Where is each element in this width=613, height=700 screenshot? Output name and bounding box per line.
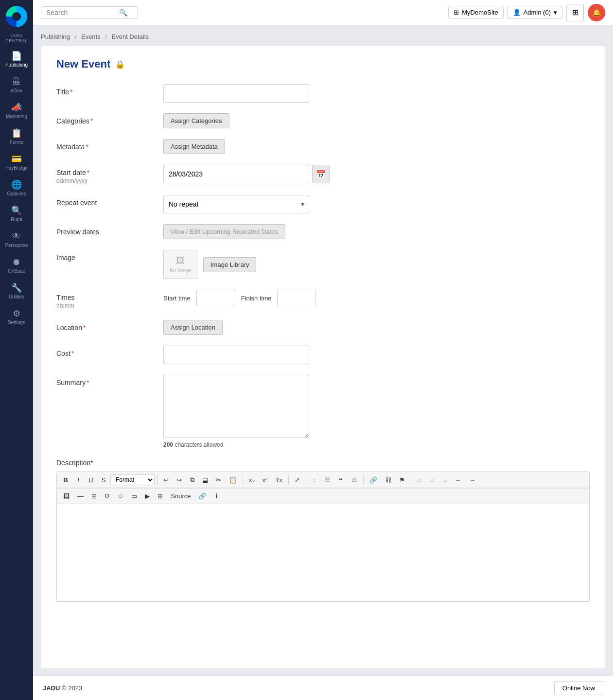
times-row: Times hh:mm Start time Finish time [56,290,590,309]
egov-icon: 🏛 [12,77,21,86]
toolbar-image-button[interactable]: 🖼 [60,490,73,502]
sidebar-item-onbase[interactable]: ⏺ OnBase [0,253,33,279]
toolbar-link-button[interactable]: 🔗 [366,474,381,486]
start-time-input[interactable] [196,290,235,306]
toolbar-underline-button[interactable]: U [85,474,97,486]
toolbar-iframe-button[interactable]: ▭ [128,490,140,502]
toolbar-align-right-button[interactable]: ≡ [439,474,451,486]
notification-button[interactable]: 🔔 [588,4,605,21]
toolbar-italic-button[interactable]: I [72,474,84,486]
toolbar-source-button[interactable]: Source [167,490,194,502]
repeat-select[interactable]: No repeat Daily Weekly Monthly Yearly [163,195,309,213]
toolbar-align-center-button[interactable]: ≡ [426,474,438,486]
image-control-wrap: 🖼 No Image Image Library [163,250,590,279]
assign-location-button[interactable]: Assign Location [163,320,223,335]
toolbar-bold-button[interactable]: B [60,474,71,486]
breadcrumb-parent[interactable]: Events [81,33,101,40]
sidebar-item-rupa[interactable]: 🔍 Rupa [0,201,33,227]
sidebar-item-publishing[interactable]: 📄 Publishing [0,47,33,72]
sidebar-item-paybridge[interactable]: 💳 PayBridge [0,150,33,175]
image-library-button[interactable]: Image Library [203,257,256,272]
sidebar-item-forms[interactable]: 📋 Forms [0,124,33,150]
toolbar-paste-button[interactable]: 📋 [226,474,240,486]
app-name-label: JADUCENTRAL [5,33,28,47]
toolbar-paste-text-button[interactable]: ⬓ [199,474,211,486]
page-card: New Event 🔒 Title* Categories* Assign Ca… [41,46,605,668]
toolbar-link2-button[interactable]: 🔗 [195,490,210,502]
cost-input[interactable] [163,346,309,364]
toolbar-align-left-button[interactable]: ≡ [414,474,425,486]
preview-dates-button[interactable]: View / Edit Upcoming Repeated Dates [163,224,285,239]
location-row: Location* Assign Location [56,320,590,335]
grid-view-button[interactable]: ⊞ [566,4,584,21]
sidebar-item-galaxies[interactable]: 🌐 Galaxies [0,175,33,201]
toolbar-media-button[interactable]: ▶ [141,490,153,502]
toolbar-ol-button[interactable]: ≡ [309,474,320,486]
toolbar-ul-button[interactable]: ☰ [321,474,334,486]
description-label: Description* [56,459,590,467]
toolbar-table-button[interactable]: ⊞ [88,490,100,502]
toolbar-removeformat-button[interactable]: Tx [272,474,285,486]
toolbar-flag-button[interactable]: ⚑ [396,474,408,486]
repeat-event-label: Repeat event [56,195,163,207]
toolbar-cut-button[interactable]: ✂ [212,474,225,486]
title-input[interactable] [163,84,309,103]
start-time-label: Start time [163,295,191,302]
toolbar-blockquote-button[interactable]: ❝ [335,474,347,486]
image-wrap: 🖼 No Image Image Library [163,250,590,279]
cost-row: Cost* [56,346,590,364]
sidebar-label-publishing: Publishing [5,62,28,68]
search-box[interactable]: 🔍 [41,6,138,19]
sidebar-label-utilities: Utilities [9,294,24,299]
editor-body[interactable] [57,504,589,601]
toolbar-redo-button[interactable]: ↪ [173,474,185,486]
settings-icon: ⚙ [13,309,20,318]
sidebar-item-egov[interactable]: 🏛 eGov [0,72,33,98]
admin-user-icon: 👤 [513,9,521,16]
footer-copyright: © 2023 [62,684,82,692]
my-demo-site-button[interactable]: ⊞ MyDemoSite [448,6,503,19]
assign-categories-button[interactable]: Assign Categories [163,113,229,128]
demo-site-icon: ⊞ [454,9,459,16]
sidebar-item-marketing[interactable]: 📣 Marketing [0,98,33,124]
demo-site-label: MyDemoSite [462,9,498,16]
admin-button[interactable]: 👤 Admin (0) ▾ [508,6,562,19]
galaxies-icon: 🌐 [11,180,22,189]
summary-row: Summary* 200 characters allowed [56,375,590,448]
assign-metadata-button[interactable]: Assign Metadata [163,139,225,154]
sidebar-item-perceptive[interactable]: 👁 Perceptive [0,227,33,253]
toolbar-undo-button[interactable]: ↩ [160,474,172,486]
toolbar-smiley-button[interactable]: ☺ [348,474,361,486]
sidebar-item-settings[interactable]: ⚙ Settings [0,304,33,330]
toolbar-table2-button[interactable]: ⊞ [154,490,166,502]
calendar-button[interactable]: 📅 [312,165,330,183]
start-date-input[interactable] [163,165,309,183]
toolbar-unlink-button[interactable]: ⛓ [382,474,395,486]
editor-toolbar-row1: B I U S Format Paragraph Heading 1 Headi… [57,472,589,488]
toolbar-copy-button[interactable]: ⧉ [186,474,198,486]
summary-textarea[interactable] [163,375,309,438]
toolbar-omega-button[interactable]: Ω [101,490,113,502]
title-row: Title* [56,84,590,103]
toolbar-outdent-button[interactable]: ← [452,474,465,486]
times-hint: hh:mm [56,302,163,309]
toolbar-format-select[interactable]: Format Paragraph Heading 1 Heading 2 Hea… [110,474,155,485]
toolbar-strikethrough-button[interactable]: S [98,474,109,486]
toolbar-info-button[interactable]: ℹ [210,490,222,502]
toolbar-maximize-button[interactable]: ⤢ [291,474,303,486]
search-input[interactable] [46,9,119,17]
toolbar-smiley2-button[interactable]: ☺ [114,490,127,502]
toolbar-superscript-button[interactable]: x² [259,474,271,486]
toolbar-indent-button[interactable]: → [466,474,479,486]
finish-time-input[interactable] [277,290,316,306]
online-now-button[interactable]: Online Now [554,681,603,695]
char-allowed-text: characters allowed [175,441,223,448]
breadcrumb: Publishing / Events / Event Details [41,33,605,40]
toolbar-hline-button[interactable]: — [74,490,87,502]
location-label: Location* [56,320,163,332]
page-title: New Event 🔒 [56,58,590,70]
breadcrumb-root[interactable]: Publishing [41,33,70,40]
categories-row: Categories* Assign Categories [56,113,590,128]
toolbar-subscript-button[interactable]: x₂ [245,474,258,486]
sidebar-item-utilities[interactable]: 🔧 Utilities [0,279,33,304]
